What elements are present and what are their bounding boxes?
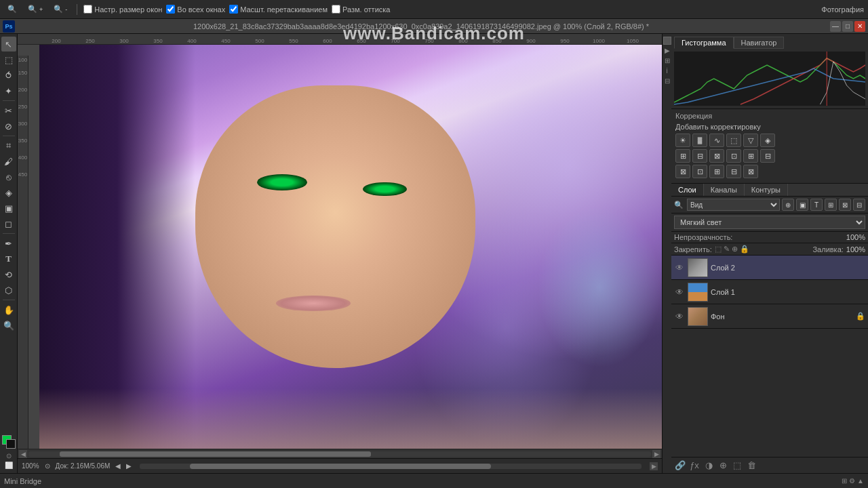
delete-layer-btn[interactable]: 🗑 — [745, 460, 757, 472]
corr-gradient-map[interactable]: ⊠ — [675, 165, 690, 178]
layer-tool-5[interactable]: ⊠ — [839, 199, 851, 211]
layer-item-sloy1[interactable]: 👁 Слой 1 — [671, 280, 868, 304]
status-scroll-right[interactable]: ▶ — [650, 462, 658, 470]
layer-1-eye[interactable]: 👁 — [674, 287, 685, 298]
add-style-btn[interactable]: ƒx — [688, 460, 701, 472]
zoom-in-btn[interactable]: 🔍+ — [24, 3, 46, 15]
layer-item-fon[interactable]: 👁 Фон 🔒 — [671, 304, 868, 329]
zoom-out-btn[interactable]: 🔍- — [50, 3, 71, 15]
corr-brightness[interactable]: ☀ — [675, 134, 690, 147]
lock-all-btn[interactable]: 🔒 — [740, 245, 749, 253]
corr-curves[interactable]: ∿ — [709, 134, 724, 147]
scroll-right-btn[interactable]: ▶ — [652, 450, 660, 458]
lasso-btn[interactable]: ⥀ — [1, 68, 16, 83]
maximize-button[interactable]: □ — [842, 21, 853, 32]
fg-bg-swatch[interactable] — [2, 435, 16, 449]
corr-threshold[interactable]: ⊟ — [760, 149, 775, 163]
zoom-btn[interactable]: 🔍 — [1, 318, 16, 333]
minimize-button[interactable]: — — [830, 21, 841, 32]
right-tab-info[interactable]: i — [663, 67, 671, 75]
fon-eye[interactable]: 👁 — [674, 311, 685, 322]
mini-bridge-icons-btn[interactable]: ⊞ — [842, 477, 847, 485]
crop-btn[interactable]: ✂ — [1, 103, 16, 118]
eyedropper-btn[interactable]: ⊘ — [1, 119, 16, 134]
search-tool-btn[interactable]: 🔍 — [4, 3, 20, 15]
corr-photo[interactable]: ⊟ — [692, 149, 707, 163]
new-layer-btn[interactable]: ⬚ — [731, 460, 743, 472]
canvas-image-area[interactable] — [39, 45, 662, 449]
corr-vibrance[interactable]: ▽ — [743, 134, 758, 147]
gradient-btn[interactable]: ▣ — [1, 201, 16, 216]
corr-exposure[interactable]: ⬚ — [726, 134, 741, 147]
screen-mode-btn[interactable]: ⬜ — [5, 462, 13, 469]
corr-levels[interactable]: ▓ — [692, 134, 707, 147]
tab-channels[interactable]: Каналы — [704, 184, 745, 196]
tab-histogram[interactable]: Гистограмма — [674, 37, 734, 49]
lock-pixels-btn[interactable]: ✎ — [724, 245, 730, 253]
quick-mask-btn[interactable]: ⊙ — [6, 452, 12, 460]
corr-solid-color[interactable]: ⊞ — [709, 165, 724, 178]
corr-invert[interactable]: ⊡ — [726, 149, 741, 163]
corr-posterize[interactable]: ⊞ — [743, 149, 758, 163]
corr-channel[interactable]: ⊠ — [709, 149, 724, 163]
resize-windows-label[interactable]: Настр. размер окон — [83, 5, 162, 14]
tab-paths[interactable]: Контуры — [745, 184, 788, 196]
layer-2-eye[interactable]: 👁 — [674, 262, 685, 273]
layer-tool-1[interactable]: ⊕ — [782, 199, 794, 211]
layer-tool-3[interactable]: T — [810, 199, 823, 211]
clone-btn[interactable]: ⎋ — [1, 169, 16, 184]
all-windows-label[interactable]: Во всех окнах — [166, 5, 225, 14]
next-state-btn[interactable]: ▶ — [126, 462, 132, 470]
magic-wand-btn[interactable]: ✦ — [1, 83, 16, 98]
scroll-left-btn[interactable]: ◀ — [19, 450, 27, 458]
background-color[interactable] — [6, 439, 16, 449]
lock-position-btn[interactable]: ⊕ — [732, 245, 738, 253]
drag-zoom-label[interactable]: Масшт. перетаскиванием — [229, 5, 328, 14]
lock-transparent-btn[interactable]: ⬚ — [715, 245, 722, 253]
blend-mode-select[interactable]: Мягкий свет — [674, 216, 865, 229]
layer-tool-4[interactable]: ⊞ — [825, 199, 837, 211]
canvas-info-btn[interactable]: ⊙ — [45, 462, 50, 470]
hand-btn[interactable]: ✋ — [1, 302, 16, 317]
move-tool-btn[interactable]: ↖ — [1, 37, 16, 52]
rect-select-btn[interactable]: ⬚ — [1, 52, 16, 67]
layer-tool-6[interactable]: ⊟ — [853, 199, 865, 211]
status-scrollbar[interactable] — [140, 464, 642, 469]
layer-tool-2[interactable]: ▣ — [796, 199, 808, 211]
tab-layers[interactable]: Слои — [671, 184, 704, 196]
mini-bridge-settings-btn[interactable]: ⚙ — [849, 477, 855, 485]
corr-bw[interactable]: ⊞ — [675, 149, 690, 163]
dodge-btn[interactable]: ◻ — [1, 216, 16, 231]
corr-selective[interactable]: ⊡ — [692, 165, 707, 178]
link-layers-btn[interactable]: 🔗 — [674, 460, 686, 472]
add-mask-btn[interactable]: ◑ — [703, 460, 715, 472]
layer-item-sloy2[interactable]: 👁 Слой 2 — [671, 256, 868, 280]
shape-btn[interactable]: ⬡ — [1, 283, 16, 298]
eraser-btn[interactable]: ◈ — [1, 185, 16, 200]
right-tab-play[interactable]: ▶ — [663, 47, 671, 55]
pen-btn[interactable]: ✒ — [1, 236, 16, 251]
corr-gradient-fill[interactable]: ⊠ — [743, 165, 758, 178]
resize-windows-checkbox[interactable] — [83, 5, 92, 14]
h-scroll-thumb[interactable] — [60, 451, 371, 457]
drag-zoom-checkbox[interactable] — [229, 5, 238, 14]
tab-navigator[interactable]: Навигатор — [734, 37, 785, 49]
corr-pattern[interactable]: ⊟ — [726, 165, 741, 178]
photo-canvas[interactable] — [39, 45, 662, 449]
prev-state-btn[interactable]: ◀ — [115, 462, 121, 470]
all-windows-checkbox[interactable] — [166, 5, 175, 14]
stamp-size-checkbox[interactable] — [332, 5, 340, 14]
view-dropdown[interactable]: Вид — [687, 199, 780, 211]
corr-hsl[interactable]: ◈ — [760, 134, 775, 147]
close-button[interactable]: ✕ — [854, 21, 865, 32]
path-select-btn[interactable]: ⟲ — [1, 267, 16, 282]
text-btn[interactable]: T — [1, 251, 16, 266]
healing-btn[interactable]: ⌗ — [1, 138, 16, 153]
new-fill-btn[interactable]: ⊕ — [717, 460, 729, 472]
right-tab-3[interactable]: ⊞ — [663, 57, 671, 65]
brush-btn[interactable]: 🖌 — [1, 154, 16, 169]
stamp-size-label[interactable]: Разм. оттиска — [332, 5, 390, 14]
right-tab-icon-1[interactable] — [663, 37, 671, 45]
mini-bridge-dock-btn[interactable]: ▲ — [857, 477, 864, 485]
h-scroll-track[interactable] — [28, 451, 651, 457]
